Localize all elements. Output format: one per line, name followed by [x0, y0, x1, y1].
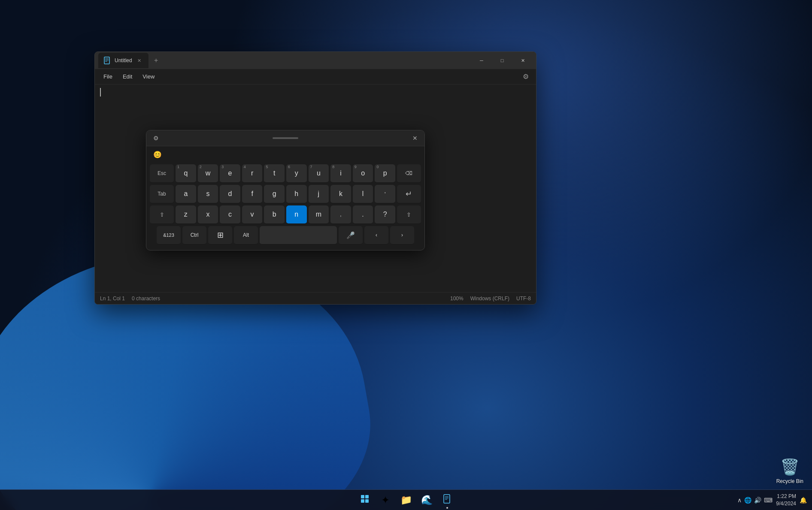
tray-chevron[interactable]: ∧ — [737, 497, 742, 504]
key-apostrophe[interactable]: ' — [375, 185, 395, 204]
cursor-line — [100, 88, 531, 97]
key-question[interactable]: ? — [375, 205, 395, 224]
svg-rect-6 — [361, 499, 364, 503]
new-tab-button[interactable]: + — [150, 54, 162, 66]
title-bar: Untitled ✕ + ─ □ ✕ — [95, 52, 536, 69]
keyboard-keys: Esc 1q 2w 3e 4r 5t 6y 7u 8i 9o 0p ⌫ Tab … — [146, 163, 424, 250]
text-cursor — [100, 88, 101, 97]
settings-button[interactable]: ⚙ — [519, 70, 533, 84]
notepad-icon — [442, 494, 452, 507]
svg-rect-4 — [361, 495, 364, 498]
clock-area[interactable]: 1:22 PM 9/4/2024 — [776, 493, 796, 507]
key-u[interactable]: 7u — [309, 164, 329, 183]
keyboard-titlebar: ⚙ ✕ — [146, 130, 424, 146]
key-h[interactable]: h — [286, 185, 307, 204]
key-ctrl[interactable]: Ctrl — [182, 226, 206, 245]
key-m[interactable]: m — [309, 205, 329, 224]
key-alt[interactable]: Alt — [234, 226, 258, 245]
window-controls: ─ □ ✕ — [472, 54, 533, 67]
key-j[interactable]: j — [309, 185, 329, 204]
edit-menu[interactable]: Edit — [118, 72, 137, 81]
taskbar-start-button[interactable] — [355, 491, 374, 510]
key-f[interactable]: f — [242, 185, 263, 204]
recycle-bin-label: Recycle Bin — [776, 478, 803, 484]
key-a[interactable]: a — [176, 185, 196, 204]
tab-close-button[interactable]: ✕ — [136, 57, 143, 64]
taskbar-copilot-button[interactable]: ✦ — [376, 491, 395, 510]
key-c[interactable]: c — [220, 205, 240, 224]
keyboard-close-button[interactable]: ✕ — [410, 133, 420, 143]
maximize-button[interactable]: □ — [492, 54, 512, 67]
key-k[interactable]: k — [330, 185, 351, 204]
key-symbols[interactable]: &123 — [157, 226, 181, 245]
key-o[interactable]: 9o — [353, 164, 373, 183]
key-period[interactable]: . — [353, 205, 373, 224]
tray-network[interactable]: 🌐 — [744, 497, 751, 504]
key-x[interactable]: x — [198, 205, 218, 224]
key-w[interactable]: 2w — [198, 164, 218, 183]
view-menu[interactable]: View — [137, 72, 160, 81]
minimize-button[interactable]: ─ — [472, 54, 491, 67]
key-r[interactable]: 4r — [242, 164, 263, 183]
key-q[interactable]: 1q — [176, 164, 196, 183]
key-row-2: Tab a s d f g h j k l ' ↵ — [150, 185, 421, 204]
key-space[interactable] — [260, 226, 337, 245]
svg-rect-0 — [104, 57, 109, 64]
zoom-level: 100% — [450, 296, 464, 302]
key-t[interactable]: 5t — [264, 164, 285, 183]
taskbar: ✦ 📁 🌊 ∧ 🌐 🔊 ⌨ — [0, 489, 812, 510]
keyboard-emoji-row: 😊 — [146, 146, 424, 163]
notepad-tab-icon — [103, 57, 111, 64]
key-row-4: &123 Ctrl ⊞ Alt 🎤 ‹ › — [150, 226, 421, 245]
taskbar-edge-button[interactable]: 🌊 — [417, 491, 436, 510]
key-row-1: Esc 1q 2w 3e 4r 5t 6y 7u 8i 9o 0p ⌫ — [150, 164, 421, 183]
notepad-tab[interactable]: Untitled ✕ — [98, 53, 148, 68]
svg-rect-7 — [365, 499, 369, 503]
key-mic[interactable]: 🎤 — [339, 226, 363, 245]
key-windows[interactable]: ⊞ — [208, 226, 232, 245]
touch-keyboard: ⚙ ✕ 😊 Esc 1q 2w 3e 4r 5t 6y 7u 8i 9o 0p … — [146, 130, 425, 250]
key-e[interactable]: 3e — [220, 164, 240, 183]
tray-speaker[interactable]: 🔊 — [754, 497, 761, 504]
key-l[interactable]: l — [353, 185, 373, 204]
clock-time: 1:22 PM — [776, 493, 796, 500]
key-arrow-right[interactable]: › — [390, 226, 414, 245]
key-s[interactable]: s — [198, 185, 218, 204]
key-shift-right[interactable]: ⇧ — [397, 205, 421, 224]
key-enter[interactable]: ↵ — [397, 185, 421, 204]
key-arrow-left[interactable]: ‹ — [364, 226, 388, 245]
keyboard-settings-button[interactable]: ⚙ — [151, 133, 161, 143]
notification-button[interactable]: 🔔 — [800, 497, 807, 504]
key-tab[interactable]: Tab — [150, 185, 174, 204]
line-ending: Windows (CRLF) — [470, 296, 509, 302]
key-esc[interactable]: Esc — [150, 164, 174, 183]
key-b[interactable]: b — [264, 205, 285, 224]
edge-icon: 🌊 — [421, 495, 433, 506]
key-comma[interactable]: , — [330, 205, 351, 224]
tab-area: Untitled ✕ + — [98, 53, 472, 68]
taskbar-notepad-button[interactable] — [438, 491, 457, 510]
emoji-button[interactable]: 😊 — [150, 148, 165, 161]
status-bar: Ln 1, Col 1 0 characters 100% Windows (C… — [95, 292, 536, 304]
key-z[interactable]: z — [176, 205, 196, 224]
clock-date: 9/4/2024 — [776, 500, 796, 507]
tab-title: Untitled — [115, 57, 132, 63]
key-d[interactable]: d — [220, 185, 240, 204]
key-g[interactable]: g — [264, 185, 285, 204]
key-shift-left[interactable]: ⇧ — [150, 205, 174, 224]
key-v[interactable]: v — [242, 205, 263, 224]
file-menu[interactable]: File — [98, 72, 118, 81]
keyboard-drag-handle[interactable] — [273, 137, 298, 139]
tray-keyboard[interactable]: ⌨ — [764, 497, 773, 504]
key-p[interactable]: 0p — [375, 164, 395, 183]
key-n[interactable]: n — [286, 205, 307, 224]
taskbar-right: ∧ 🌐 🔊 ⌨ 1:22 PM 9/4/2024 🔔 — [737, 493, 807, 507]
key-backspace[interactable]: ⌫ — [397, 164, 421, 183]
menu-bar: File Edit View ⚙ — [95, 69, 536, 84]
key-y[interactable]: 6y — [286, 164, 307, 183]
taskbar-files-button[interactable]: 📁 — [397, 491, 415, 510]
files-icon: 📁 — [400, 495, 412, 506]
close-button[interactable]: ✕ — [513, 54, 533, 67]
key-i[interactable]: 8i — [330, 164, 351, 183]
recycle-bin[interactable]: 🗑️ Recycle Bin — [776, 458, 803, 484]
